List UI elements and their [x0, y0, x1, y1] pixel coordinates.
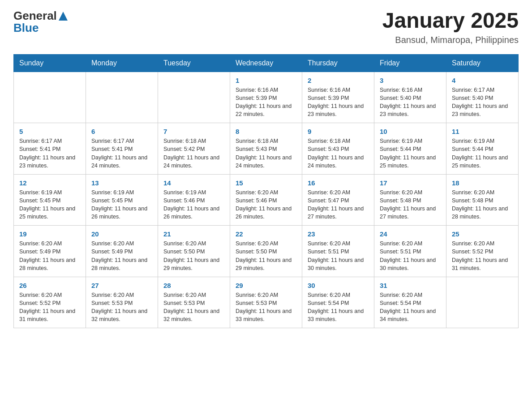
calendar-cell: [86, 72, 158, 123]
day-number: 30: [308, 282, 369, 289]
calendar-header-row: SundayMondayTuesdayWednesdayThursdayFrid…: [14, 54, 519, 72]
day-info: Sunrise: 6:20 AM Sunset: 5:53 PM Dayligh…: [163, 291, 224, 324]
day-info: Sunrise: 6:20 AM Sunset: 5:51 PM Dayligh…: [380, 240, 441, 272]
day-number: 1: [236, 77, 296, 84]
calendar-cell: [158, 72, 230, 123]
day-info: Sunrise: 6:19 AM Sunset: 5:45 PM Dayligh…: [91, 188, 152, 221]
calendar-cell: 15Sunrise: 6:20 AM Sunset: 5:46 PM Dayli…: [230, 174, 302, 226]
calendar-cell: 14Sunrise: 6:19 AM Sunset: 5:46 PM Dayli…: [158, 174, 230, 226]
day-number: 9: [308, 128, 369, 135]
day-info: Sunrise: 6:20 AM Sunset: 5:52 PM Dayligh…: [19, 291, 80, 324]
day-info: Sunrise: 6:16 AM Sunset: 5:39 PM Dayligh…: [236, 86, 296, 119]
week-row-5: 26Sunrise: 6:20 AM Sunset: 5:52 PM Dayli…: [14, 277, 519, 328]
day-info: Sunrise: 6:20 AM Sunset: 5:48 PM Dayligh…: [452, 188, 513, 221]
calendar-cell: 31Sunrise: 6:20 AM Sunset: 5:54 PM Dayli…: [374, 277, 446, 328]
day-number: 8: [236, 128, 296, 135]
calendar-cell: 27Sunrise: 6:20 AM Sunset: 5:53 PM Dayli…: [86, 277, 158, 328]
week-row-2: 5Sunrise: 6:17 AM Sunset: 5:41 PM Daylig…: [14, 123, 519, 175]
day-number: 7: [163, 128, 224, 135]
day-info: Sunrise: 6:18 AM Sunset: 5:43 PM Dayligh…: [236, 137, 296, 170]
calendar-cell: 22Sunrise: 6:20 AM Sunset: 5:50 PM Dayli…: [230, 226, 302, 277]
day-number: 10: [380, 128, 441, 135]
day-number: 15: [236, 179, 296, 187]
day-number: 16: [308, 179, 369, 187]
svg-marker-0: [59, 12, 68, 21]
day-number: 2: [308, 77, 369, 84]
logo-text-blue: Blue: [13, 21, 68, 35]
day-number: 23: [308, 230, 369, 238]
day-number: 20: [91, 230, 152, 238]
day-info: Sunrise: 6:20 AM Sunset: 5:49 PM Dayligh…: [19, 240, 80, 272]
calendar-cell: 13Sunrise: 6:19 AM Sunset: 5:45 PM Dayli…: [86, 174, 158, 226]
week-row-4: 19Sunrise: 6:20 AM Sunset: 5:49 PM Dayli…: [14, 226, 519, 277]
day-info: Sunrise: 6:20 AM Sunset: 5:54 PM Dayligh…: [308, 291, 369, 324]
day-info: Sunrise: 6:16 AM Sunset: 5:40 PM Dayligh…: [380, 86, 441, 119]
header-friday: Friday: [374, 54, 446, 72]
calendar-cell: 6Sunrise: 6:17 AM Sunset: 5:41 PM Daylig…: [86, 123, 158, 175]
day-info: Sunrise: 6:20 AM Sunset: 5:46 PM Dayligh…: [236, 188, 296, 221]
day-number: 27: [91, 282, 152, 289]
calendar-cell: 12Sunrise: 6:19 AM Sunset: 5:45 PM Dayli…: [14, 174, 86, 226]
day-number: 18: [452, 179, 513, 187]
calendar-cell: 10Sunrise: 6:19 AM Sunset: 5:44 PM Dayli…: [374, 123, 446, 175]
day-number: 6: [91, 128, 152, 135]
day-number: 28: [163, 282, 224, 289]
day-number: 26: [19, 282, 80, 289]
calendar-table: SundayMondayTuesdayWednesdayThursdayFrid…: [13, 54, 519, 329]
day-info: Sunrise: 6:17 AM Sunset: 5:40 PM Dayligh…: [452, 86, 513, 119]
day-number: 19: [19, 230, 80, 238]
day-info: Sunrise: 6:20 AM Sunset: 5:53 PM Dayligh…: [91, 291, 152, 324]
day-info: Sunrise: 6:20 AM Sunset: 5:47 PM Dayligh…: [308, 188, 369, 221]
header-tuesday: Tuesday: [158, 54, 230, 72]
calendar-title: January 2025: [382, 9, 519, 33]
title-area: January 2025 Bansud, Mimaropa, Philippin…: [382, 9, 519, 45]
day-info: Sunrise: 6:19 AM Sunset: 5:46 PM Dayligh…: [163, 188, 224, 221]
day-info: Sunrise: 6:20 AM Sunset: 5:48 PM Dayligh…: [380, 188, 441, 221]
header-thursday: Thursday: [302, 54, 374, 72]
logo: General Blue: [13, 9, 68, 35]
logo-triangle-icon: [59, 12, 68, 21]
day-number: 25: [452, 230, 513, 238]
calendar-cell: 1Sunrise: 6:16 AM Sunset: 5:39 PM Daylig…: [230, 72, 302, 123]
calendar-cell: 8Sunrise: 6:18 AM Sunset: 5:43 PM Daylig…: [230, 123, 302, 175]
day-info: Sunrise: 6:17 AM Sunset: 5:41 PM Dayligh…: [91, 137, 152, 170]
day-info: Sunrise: 6:19 AM Sunset: 5:44 PM Dayligh…: [380, 137, 441, 170]
day-number: 3: [380, 77, 441, 84]
header-sunday: Sunday: [14, 54, 86, 72]
day-number: 13: [91, 179, 152, 187]
day-info: Sunrise: 6:19 AM Sunset: 5:44 PM Dayligh…: [452, 137, 513, 170]
day-info: Sunrise: 6:20 AM Sunset: 5:52 PM Dayligh…: [452, 240, 513, 272]
day-info: Sunrise: 6:19 AM Sunset: 5:45 PM Dayligh…: [19, 188, 80, 221]
day-info: Sunrise: 6:20 AM Sunset: 5:51 PM Dayligh…: [308, 240, 369, 272]
day-info: Sunrise: 6:17 AM Sunset: 5:41 PM Dayligh…: [19, 137, 80, 170]
week-row-1: 1Sunrise: 6:16 AM Sunset: 5:39 PM Daylig…: [14, 72, 519, 123]
calendar-cell: 9Sunrise: 6:18 AM Sunset: 5:43 PM Daylig…: [302, 123, 374, 175]
day-number: 14: [163, 179, 224, 187]
day-info: Sunrise: 6:20 AM Sunset: 5:53 PM Dayligh…: [236, 291, 296, 324]
calendar-cell: 2Sunrise: 6:16 AM Sunset: 5:39 PM Daylig…: [302, 72, 374, 123]
calendar-cell: [446, 277, 519, 328]
calendar-cell: 16Sunrise: 6:20 AM Sunset: 5:47 PM Dayli…: [302, 174, 374, 226]
calendar-subtitle: Bansud, Mimaropa, Philippines: [382, 35, 519, 45]
day-info: Sunrise: 6:16 AM Sunset: 5:39 PM Dayligh…: [308, 86, 369, 119]
calendar-cell: 30Sunrise: 6:20 AM Sunset: 5:54 PM Dayli…: [302, 277, 374, 328]
calendar-cell: 25Sunrise: 6:20 AM Sunset: 5:52 PM Dayli…: [446, 226, 519, 277]
day-number: 31: [380, 282, 441, 289]
day-info: Sunrise: 6:20 AM Sunset: 5:49 PM Dayligh…: [91, 240, 152, 272]
day-info: Sunrise: 6:20 AM Sunset: 5:50 PM Dayligh…: [163, 240, 224, 272]
header-monday: Monday: [86, 54, 158, 72]
calendar-cell: 4Sunrise: 6:17 AM Sunset: 5:40 PM Daylig…: [446, 72, 519, 123]
day-number: 17: [380, 179, 441, 187]
day-number: 12: [19, 179, 80, 187]
calendar-cell: 11Sunrise: 6:19 AM Sunset: 5:44 PM Dayli…: [446, 123, 519, 175]
page-header: General Blue January 2025 Bansud, Mimaro…: [13, 9, 519, 45]
calendar-cell: 29Sunrise: 6:20 AM Sunset: 5:53 PM Dayli…: [230, 277, 302, 328]
calendar-cell: 19Sunrise: 6:20 AM Sunset: 5:49 PM Dayli…: [14, 226, 86, 277]
calendar-cell: [14, 72, 86, 123]
calendar-cell: 21Sunrise: 6:20 AM Sunset: 5:50 PM Dayli…: [158, 226, 230, 277]
header-saturday: Saturday: [446, 54, 519, 72]
day-number: 5: [19, 128, 80, 135]
calendar-cell: 5Sunrise: 6:17 AM Sunset: 5:41 PM Daylig…: [14, 123, 86, 175]
day-number: 21: [163, 230, 224, 238]
calendar-cell: 7Sunrise: 6:18 AM Sunset: 5:42 PM Daylig…: [158, 123, 230, 175]
